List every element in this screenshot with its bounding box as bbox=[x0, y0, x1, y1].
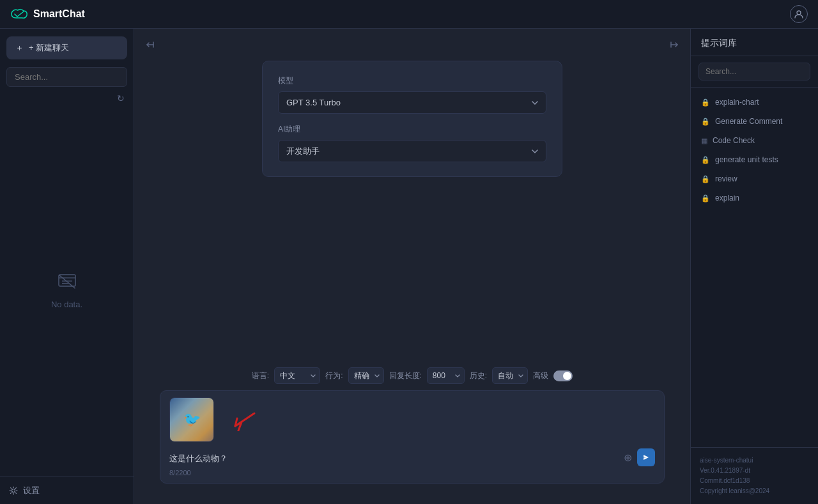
input-area: 这是什么动物？ ⊕ 8/2200 bbox=[160, 390, 665, 484]
center-content: 模型 GPT 3.5 Turbo GPT-4 GPT-4o AI助理 开发助手 … bbox=[134, 29, 690, 504]
no-data-area: No data. bbox=[0, 106, 134, 477]
prompt-label-5: explain bbox=[715, 194, 739, 202]
prompt-label-4: review bbox=[715, 174, 737, 183]
toggle-knob bbox=[563, 372, 571, 380]
logo-icon bbox=[10, 8, 28, 20]
no-data-icon bbox=[58, 273, 77, 294]
prompt-list: 🔒 explain-chart 🔒 Generate Comment ▦ Cod… bbox=[691, 88, 818, 447]
sidebar: ＋ + 新建聊天 ↻ No data. bbox=[0, 29, 134, 504]
lock-icon-3: 🔒 bbox=[701, 156, 710, 164]
arrow-indicator bbox=[219, 397, 258, 442]
history-select[interactable]: 自动 10 20 bbox=[492, 367, 528, 384]
right-panel: 提示词库 🔒 explain-chart 🔒 Generate Comment … bbox=[690, 29, 818, 504]
new-chat-button[interactable]: ＋ + 新建聊天 bbox=[6, 36, 127, 59]
sidebar-search-box bbox=[6, 67, 127, 87]
prompt-label-1: Generate Comment bbox=[715, 117, 782, 126]
bird-image bbox=[170, 398, 213, 441]
bottom-area: 语言: 中文 English 行为: 精确 创意 回复长度: 800 1600 … bbox=[134, 367, 690, 504]
right-search-box bbox=[691, 56, 818, 88]
model-label: 模型 bbox=[278, 75, 546, 86]
prompt-item-2[interactable]: ▦ Code Check bbox=[691, 131, 818, 150]
image-preview bbox=[169, 397, 655, 442]
prompt-item-5[interactable]: 🔒 explain bbox=[691, 188, 818, 208]
language-select[interactable]: 中文 English bbox=[274, 367, 320, 384]
new-chat-label: + 新建聊天 bbox=[29, 42, 69, 54]
config-card: 模型 GPT 3.5 Turbo GPT-4 GPT-4o AI助理 开发助手 … bbox=[262, 61, 562, 177]
prompt-item-0[interactable]: 🔒 explain-chart bbox=[691, 93, 818, 112]
toolbar-row: 语言: 中文 English 行为: 精确 创意 回复长度: 800 1600 … bbox=[147, 367, 677, 384]
svg-point-6 bbox=[12, 489, 15, 493]
prompt-label-2: Code Check bbox=[713, 136, 755, 145]
main-layout: ＋ + 新建聊天 ↻ No data. bbox=[0, 29, 818, 504]
prompt-label-0: explain-chart bbox=[715, 98, 759, 107]
app-title: SmartChat bbox=[33, 8, 85, 20]
sidebar-footer: 设置 bbox=[0, 477, 134, 504]
footer-line3: Commit.dcf1d138 bbox=[700, 476, 809, 486]
lock-icon-5: 🔒 bbox=[701, 194, 710, 202]
sidebar-actions: ↻ bbox=[0, 93, 134, 106]
grid-icon-2: ▦ bbox=[701, 137, 707, 145]
collapse-right-button[interactable] bbox=[668, 39, 680, 53]
char-count: 8/2200 bbox=[169, 469, 655, 477]
response-length-label: 回复长度: bbox=[389, 370, 422, 381]
ai-label: AI助理 bbox=[278, 124, 546, 135]
header: SmartChat bbox=[0, 0, 818, 29]
prompt-item-1[interactable]: 🔒 Generate Comment bbox=[691, 112, 818, 131]
right-search-input[interactable] bbox=[698, 63, 810, 80]
model-select[interactable]: GPT 3.5 Turbo GPT-4 GPT-4o bbox=[278, 91, 546, 114]
lock-icon-4: 🔒 bbox=[701, 175, 710, 183]
right-footer: aise-system-chatui Ver.0.41.21897-dt Com… bbox=[691, 447, 818, 504]
send-button[interactable] bbox=[637, 448, 655, 466]
attach-icon[interactable]: ⊕ bbox=[624, 452, 632, 464]
lock-icon-0: 🔒 bbox=[701, 98, 710, 107]
right-panel-title: 提示词库 bbox=[691, 29, 818, 56]
prompt-label-3: generate unit tests bbox=[715, 155, 778, 164]
settings-item[interactable]: 设置 bbox=[9, 485, 125, 496]
plus-icon: ＋ bbox=[15, 42, 24, 54]
input-row: 这是什么动物？ ⊕ bbox=[169, 448, 655, 466]
footer-line4: Copyright leaniss@2024 bbox=[700, 486, 809, 496]
advanced-label: 高级 bbox=[533, 370, 548, 381]
settings-label: 设置 bbox=[23, 485, 40, 496]
chat-input[interactable]: 这是什么动物？ bbox=[169, 453, 624, 462]
sidebar-search-input[interactable] bbox=[6, 67, 127, 87]
ai-select[interactable]: 开发助手 通用助手 写作助手 bbox=[278, 140, 546, 162]
svg-point-0 bbox=[797, 11, 801, 15]
image-thumbnail[interactable] bbox=[169, 397, 214, 442]
no-data-label: No data. bbox=[51, 300, 82, 309]
logo: SmartChat bbox=[10, 8, 85, 20]
input-actions: ⊕ bbox=[624, 448, 655, 466]
footer-line1: aise-system-chatui bbox=[700, 455, 809, 466]
behavior-label: 行为: bbox=[325, 370, 343, 381]
prompt-item-4[interactable]: 🔒 review bbox=[691, 169, 818, 188]
chat-area: 模型 GPT 3.5 Turbo GPT-4 GPT-4o AI助理 开发助手 … bbox=[134, 29, 690, 367]
prompt-item-3[interactable]: 🔒 generate unit tests bbox=[691, 150, 818, 169]
user-avatar[interactable] bbox=[790, 5, 808, 23]
footer-line2: Ver.0.41.21897-dt bbox=[700, 466, 809, 476]
collapse-left-button[interactable] bbox=[144, 39, 156, 53]
refresh-icon[interactable]: ↻ bbox=[117, 93, 125, 103]
lock-icon-1: 🔒 bbox=[701, 118, 710, 126]
language-label: 语言: bbox=[252, 370, 269, 381]
response-length-select[interactable]: 800 1600 2200 bbox=[427, 367, 465, 384]
advanced-toggle[interactable] bbox=[553, 370, 573, 381]
history-label: 历史: bbox=[470, 370, 487, 381]
behavior-select[interactable]: 精确 创意 bbox=[348, 367, 384, 384]
